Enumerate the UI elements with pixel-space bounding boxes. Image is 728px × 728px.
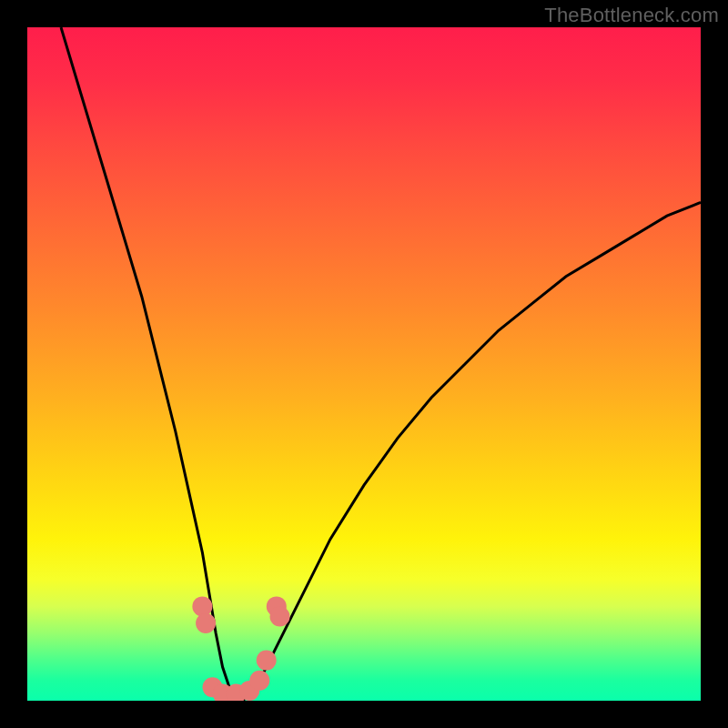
chart-frame: TheBottleneck.com (0, 0, 728, 728)
plot-area (27, 27, 701, 701)
marker-low-5 (249, 671, 269, 691)
marker-left-2 (196, 613, 216, 633)
curve-svg (27, 27, 701, 701)
watermark-text: TheBottleneck.com (544, 4, 719, 27)
marker-right-2 (270, 607, 290, 627)
marker-left-1 (192, 596, 212, 616)
marker-low-6 (257, 651, 277, 671)
bottleneck-curve (61, 27, 701, 701)
